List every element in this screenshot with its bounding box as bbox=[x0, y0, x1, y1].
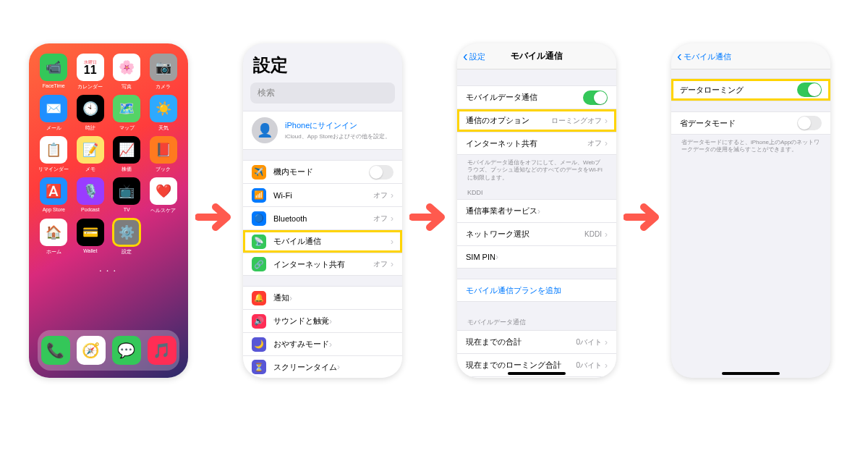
app-label: カメラ bbox=[156, 83, 171, 90]
row-App Store[interactable]: 🅰️App Store bbox=[457, 376, 616, 378]
app-label: 設定 bbox=[122, 248, 132, 256]
app-Podcast[interactable]: 🎙️Podcast bbox=[75, 177, 107, 214]
row-label: Wi-Fi bbox=[273, 191, 292, 200]
row-ネットワーク選択[interactable]: ネットワーク選択KDDI› bbox=[457, 222, 616, 245]
back-button[interactable]: モバイル通信 bbox=[677, 48, 731, 64]
dock-music[interactable]: 🎵 bbox=[148, 336, 176, 365]
toggle[interactable] bbox=[369, 165, 393, 180]
app-カレンダー[interactable]: 水曜日11カレンダー bbox=[75, 54, 107, 90]
arrow-icon bbox=[624, 197, 664, 237]
row-label: SIM PIN bbox=[466, 253, 495, 261]
dock-phone[interactable]: 📞 bbox=[41, 336, 70, 365]
row-label: 省データモード bbox=[680, 118, 736, 129]
row-label: インターネット共有 bbox=[273, 259, 345, 270]
app-カメラ[interactable]: 📷カメラ bbox=[148, 54, 180, 90]
app-icon: 🎙️ bbox=[77, 177, 104, 205]
app-label: Podcast bbox=[81, 207, 99, 212]
row-label: 通信のオプション bbox=[466, 115, 529, 126]
app-label: メール bbox=[46, 124, 61, 132]
toggle[interactable] bbox=[583, 90, 608, 105]
app-icon: ❤️ bbox=[150, 177, 177, 205]
chevron-icon: › bbox=[329, 316, 332, 326]
app-icon: 🏠 bbox=[40, 219, 67, 246]
row-value: オフ bbox=[373, 259, 388, 269]
row-インターネット共有[interactable]: インターネット共有オフ› bbox=[457, 132, 616, 155]
row-Bluetooth[interactable]: 🔵Bluetoothオフ› bbox=[243, 206, 402, 229]
row-通信事業者サービス[interactable]: 通信事業者サービス› bbox=[457, 199, 616, 222]
home-indicator bbox=[722, 372, 780, 375]
row-現在までの合計[interactable]: 現在までの合計0バイト› bbox=[457, 330, 616, 353]
row-通知[interactable]: 🔔通知› bbox=[243, 286, 402, 309]
row-サウンドと触覚[interactable]: 🔊サウンドと触覚› bbox=[243, 309, 402, 332]
toggle[interactable] bbox=[797, 83, 822, 97]
row-省データモード[interactable]: 省データモード bbox=[671, 111, 830, 135]
row-icon: 🌙 bbox=[252, 337, 266, 352]
app-label: リマインダー bbox=[38, 166, 69, 173]
app-icon: ☀️ bbox=[150, 95, 177, 122]
app-icon: 📕 bbox=[150, 136, 177, 164]
row-label: モバイル通信 bbox=[273, 236, 321, 247]
row-label: 機内モード bbox=[273, 166, 313, 177]
app-icon: 📷 bbox=[150, 54, 177, 81]
app-Wallet[interactable]: 💳Wallet bbox=[75, 219, 107, 256]
app-株価[interactable]: 📈株価 bbox=[111, 136, 143, 173]
app-icon: 水曜日11 bbox=[77, 54, 104, 81]
app-App Store[interactable]: 🅰️App Store bbox=[38, 177, 70, 214]
row-SIM PIN[interactable]: SIM PIN› bbox=[457, 245, 616, 269]
search-input[interactable]: 検索 bbox=[250, 83, 395, 104]
row-おやすみモード[interactable]: 🌙おやすみモード› bbox=[243, 332, 402, 355]
footer-note: モバイルデータ通信をオフにして、メール、Webブラウズ、プッシュ通知などのすべて… bbox=[457, 155, 616, 186]
row-label: インターネット共有 bbox=[466, 138, 537, 149]
app-FaceTime[interactable]: 📹FaceTime bbox=[38, 54, 70, 90]
row-通信のオプション[interactable]: 通信のオプションローミングオフ› bbox=[457, 109, 616, 132]
chevron-icon: › bbox=[391, 190, 393, 200]
row-label: おやすみモード bbox=[273, 339, 329, 350]
chevron-icon: › bbox=[337, 362, 340, 372]
app-label: FaceTime bbox=[43, 83, 65, 88]
row-value: 0バイト bbox=[576, 360, 602, 371]
app-メモ[interactable]: 📝メモ bbox=[75, 136, 107, 173]
app-icon: 📹 bbox=[40, 54, 67, 81]
app-label: 写真 bbox=[122, 83, 132, 90]
app-メール[interactable]: ✉️メール bbox=[38, 95, 70, 132]
toggle[interactable] bbox=[797, 116, 822, 130]
app-icon: 💳 bbox=[77, 219, 104, 246]
app-時計[interactable]: 🕙時計 bbox=[75, 95, 107, 132]
row-value: オフ bbox=[587, 138, 602, 148]
settings-group-1: ✈️機内モード📶Wi-Fiオフ›🔵Bluetoothオフ›📡モバイル通信›🔗イン… bbox=[243, 160, 402, 276]
row-モバイルデータ通信[interactable]: モバイルデータ通信 bbox=[457, 85, 616, 109]
row-インターネット共有[interactable]: 🔗インターネット共有オフ› bbox=[243, 253, 402, 276]
dock-safari[interactable]: 🧭 bbox=[77, 336, 106, 365]
options-group-1: データローミング bbox=[671, 78, 830, 101]
row-スクリーンタイム[interactable]: ⏳スクリーンタイム› bbox=[243, 355, 402, 378]
app-label: カレンダー bbox=[77, 83, 103, 90]
app-リマインダー[interactable]: 📋リマインダー bbox=[38, 136, 70, 173]
app-TV[interactable]: 📺TV bbox=[111, 177, 143, 214]
row-データローミング[interactable]: データローミング bbox=[671, 78, 830, 101]
row-Wi-Fi[interactable]: 📶Wi-Fiオフ› bbox=[243, 183, 402, 206]
row-label: 現在までの合計 bbox=[466, 337, 522, 347]
add-plan-row[interactable]: モバイル通信プランを追加 bbox=[457, 279, 616, 302]
app-label: ブック bbox=[156, 166, 171, 173]
app-マップ[interactable]: 🗺️マップ bbox=[111, 95, 143, 132]
chevron-icon: › bbox=[391, 259, 393, 269]
phone-home: 📹FaceTime水曜日11カレンダー🌸写真📷カメラ✉️メール🕙時計🗺️マップ☀… bbox=[29, 43, 188, 378]
cellular-group-3: 現在までの合計0バイト›現在までのローミング合計0バイト›🅰️App Store… bbox=[457, 330, 616, 378]
row-モバイル通信[interactable]: 📡モバイル通信› bbox=[243, 229, 402, 253]
app-label: Wallet bbox=[83, 248, 97, 253]
cellular-group-1: モバイルデータ通信通信のオプションローミングオフ›インターネット共有オフ› bbox=[457, 85, 616, 155]
app-設定[interactable]: ⚙️設定 bbox=[111, 219, 143, 256]
app-ブック[interactable]: 📕ブック bbox=[148, 136, 180, 173]
row-label: ネットワーク選択 bbox=[466, 229, 529, 240]
app-label: TV bbox=[124, 207, 130, 212]
chevron-icon: › bbox=[391, 214, 393, 224]
signin-row[interactable]: 👤 iPhoneにサインイン iCloud、App Storeおよびその他を設定… bbox=[243, 111, 402, 150]
row-label: 通信事業者サービス bbox=[466, 206, 537, 216]
dock-messages[interactable]: 💬 bbox=[112, 336, 141, 365]
app-写真[interactable]: 🌸写真 bbox=[111, 54, 143, 90]
app-ホーム[interactable]: 🏠ホーム bbox=[38, 219, 70, 256]
app-天気[interactable]: ☀️天気 bbox=[148, 95, 180, 132]
phone-options: モバイル通信 データローミング 省データモード 省データモードにすると、iPho… bbox=[671, 43, 830, 378]
app-ヘルスケア[interactable]: ❤️ヘルスケア bbox=[148, 177, 180, 214]
row-機内モード[interactable]: ✈️機内モード bbox=[243, 160, 402, 183]
